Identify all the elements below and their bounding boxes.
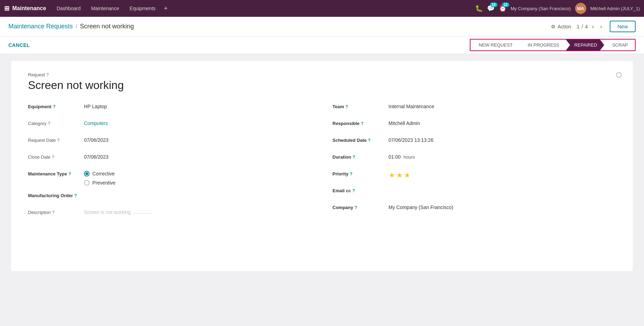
manufacturing-order-help-icon[interactable]: ?	[75, 193, 77, 198]
priority-value: ★ ★ ★	[389, 170, 616, 179]
request-label: Request ?	[28, 72, 616, 77]
field-duration: Duration ? 01:00 hours	[333, 153, 616, 164]
description-help-icon[interactable]: ?	[52, 210, 55, 215]
category-value[interactable]: Computers	[84, 120, 312, 126]
field-scheduled-date: Scheduled Date ? 07/06/2023 13:13:26	[333, 137, 616, 147]
subheader: Maintenance Requests / Screen not workin…	[0, 17, 644, 36]
team-value: Internal Maintenance	[389, 103, 616, 109]
messages-icon[interactable]: 💬 10	[487, 5, 495, 12]
grid-icon: ⊞	[4, 5, 9, 12]
add-menu-button[interactable]: +	[161, 4, 171, 14]
app-brand[interactable]: ⊞ Maintenance	[4, 5, 46, 12]
scheduled-date-value: 07/06/2023 13:13:26	[389, 137, 616, 143]
breadcrumb-parent[interactable]: Maintenance Requests	[8, 23, 73, 30]
cancel-button[interactable]: CANCEL	[8, 42, 30, 48]
form-card: Request ? Screen not working Equipment ?…	[11, 61, 633, 271]
scheduled-date-help-icon[interactable]: ?	[368, 138, 370, 143]
scheduled-date-label: Scheduled Date ?	[333, 137, 389, 143]
manufacturing-order-value	[84, 192, 312, 193]
form-right: Team ? Internal Maintenance Responsible …	[333, 103, 616, 226]
request-date-value: 07/06/2023	[84, 137, 312, 143]
email-cc-help-icon[interactable]: ?	[352, 188, 355, 193]
top-navigation: ⊞ Maintenance Dashboard Maintenance Equi…	[0, 0, 644, 17]
priority-label: Priority ?	[333, 170, 389, 176]
company-help-icon[interactable]: ?	[355, 205, 357, 210]
radio-corrective-circle	[84, 171, 90, 176]
star-1[interactable]: ★	[389, 171, 395, 179]
radio-preventive[interactable]: Preventive	[84, 180, 312, 186]
radio-preventive-label: Preventive	[92, 180, 115, 186]
category-label: Category ?	[28, 120, 84, 126]
nav-equipments[interactable]: Equipments	[125, 4, 161, 13]
new-button[interactable]: New	[610, 21, 636, 32]
clock-icon[interactable]: ⏰ 12	[499, 5, 507, 12]
nav-right: 🐛 💬 10 ⏰ 12 My Company (San Francisco) M…	[475, 3, 640, 14]
field-team: Team ? Internal Maintenance	[333, 103, 616, 113]
radio-corrective-label: Corrective	[92, 171, 115, 176]
description-value[interactable]: Screen is not working ...............	[84, 209, 312, 215]
breadcrumb-separator: /	[76, 23, 77, 30]
company-label: Company ?	[333, 204, 389, 210]
email-cc-label: Email cc ?	[333, 187, 389, 193]
duration-unit: hours	[404, 154, 415, 160]
field-email-cc: Email cc ?	[333, 187, 616, 197]
duration-field: 01:00 hours	[389, 154, 616, 160]
user-name: Mitchell Admin (JULY_1)	[590, 6, 640, 11]
request-date-label: Request Date ?	[28, 137, 84, 143]
radio-group: Corrective Preventive	[84, 171, 312, 186]
duration-help-icon[interactable]: ?	[353, 155, 355, 160]
pagination: 1 / 4 ‹ ›	[577, 23, 604, 30]
priority-stars[interactable]: ★ ★ ★	[389, 171, 616, 179]
nav-maintenance[interactable]: Maintenance	[86, 4, 124, 13]
priority-help-icon[interactable]: ?	[350, 172, 352, 176]
user-avatar[interactable]: MA	[575, 3, 586, 14]
request-help-icon[interactable]: ?	[46, 72, 49, 77]
stage-scrap[interactable]: SCRAP	[604, 40, 635, 50]
nav-dashboard[interactable]: Dashboard	[52, 4, 86, 13]
responsible-label: Responsible ?	[333, 120, 389, 126]
manufacturing-order-label: Manufacturing Order ?	[28, 192, 84, 198]
field-responsible: Responsible ? Mitchell Admin	[333, 120, 616, 130]
equipment-help-icon[interactable]: ?	[53, 104, 55, 109]
field-request-date: Request Date ? 07/06/2023	[28, 137, 312, 147]
company-value: My Company (San Francisco)	[389, 204, 616, 210]
close-date-help-icon[interactable]: ?	[52, 155, 54, 160]
maintenance-type-help-icon[interactable]: ?	[69, 172, 71, 176]
field-priority: Priority ? ★ ★ ★	[333, 170, 616, 181]
stage-pipeline: NEW REQUEST IN PROGRESS REPAIRED SCRAP	[470, 39, 636, 51]
stage-in-progress[interactable]: IN PROGRESS	[519, 40, 566, 50]
category-help-icon[interactable]: ?	[48, 121, 50, 126]
next-page-button[interactable]: ›	[598, 23, 604, 30]
nav-links: Dashboard Maintenance Equipments +	[52, 4, 474, 14]
form-left: Equipment ? HP Laptop Category ? Compute…	[28, 103, 312, 226]
team-label: Team ?	[333, 103, 389, 109]
stage-new-request[interactable]: NEW REQUEST	[470, 40, 520, 50]
radio-preventive-circle	[84, 180, 90, 186]
duration-value: 01:00 hours	[389, 153, 616, 160]
bug-icon[interactable]: 🐛	[475, 5, 483, 12]
action-button[interactable]: ⚙ Action	[551, 24, 571, 29]
app-name: Maintenance	[12, 5, 46, 12]
field-category: Category ? Computers	[28, 120, 312, 130]
gear-icon: ⚙	[551, 24, 555, 29]
star-2[interactable]: ★	[396, 171, 403, 179]
team-help-icon[interactable]: ?	[346, 104, 348, 109]
email-cc-value[interactable]	[389, 187, 616, 188]
subheader-actions: ⚙ Action 1 / 4 ‹ › New	[551, 21, 636, 32]
responsible-value: Mitchell Admin	[389, 120, 616, 126]
duration-number: 01:00	[389, 154, 401, 160]
messages-badge: 10	[490, 2, 497, 7]
request-date-help-icon[interactable]: ?	[57, 138, 60, 143]
radio-corrective[interactable]: Corrective	[84, 171, 312, 176]
action-label: Action	[558, 24, 571, 29]
field-equipment: Equipment ? HP Laptop	[28, 103, 312, 113]
breadcrumb: Maintenance Requests / Screen not workin…	[8, 23, 134, 30]
responsible-help-icon[interactable]: ?	[361, 121, 363, 126]
star-3[interactable]: ★	[404, 171, 410, 179]
clock-badge: 12	[502, 2, 509, 7]
field-maintenance-type: Maintenance Type ? Corrective Preventive	[28, 170, 312, 186]
field-description: Description ? Screen is not working ....…	[28, 209, 312, 219]
equipment-value: HP Laptop	[84, 103, 312, 109]
stage-repaired[interactable]: REPAIRED	[566, 40, 604, 50]
prev-page-button[interactable]: ‹	[590, 23, 596, 30]
